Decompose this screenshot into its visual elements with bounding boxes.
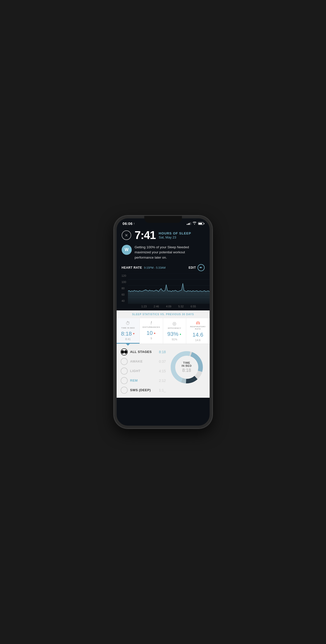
time-axis: 1:23 2:46 4:09 5:32 6:55 — [122, 303, 205, 310]
disturbances-arrow: ▲ — [154, 332, 156, 334]
wifi-icon — [193, 222, 197, 225]
rem-name: REM — [130, 379, 157, 382]
battery-icon — [198, 222, 204, 225]
tab-disturbances[interactable]: ! DISTURBANCES 10 ▲ 9 — [140, 318, 163, 344]
all-stages-time: 8:18 — [159, 350, 166, 354]
time-in-bed-arrow: ▼ — [132, 332, 135, 335]
tab-efficiency[interactable]: ◎ EFFICIENCY 93% ▲ 91% — [163, 318, 187, 344]
time-label-4: 6:55 — [191, 305, 196, 308]
phone-frame: 06:06 ↑ — [114, 216, 212, 428]
y-label-40: 40 — [122, 299, 126, 302]
status-time: 06:06 — [123, 221, 133, 226]
radio-dot — [121, 350, 124, 354]
donut-value: 8:18 — [181, 368, 192, 373]
sleep-date: Sat, May 23 — [159, 235, 191, 239]
rem-time: 2:12 — [159, 379, 166, 383]
disturbances-value-row: 10 ▲ — [147, 330, 156, 336]
tab-respiratory-rate[interactable]: 🫁 RESPIRATORY RATE 14.6 14.6 — [186, 318, 210, 344]
hours-of-sleep-label: HOURS OF SLEEP — [159, 231, 191, 235]
stages-area: ALL STAGES 8:18 AWAKE 0:37 LIGHT 4:15 — [117, 344, 210, 398]
stats-tabs: ⏱ TIME IN BED 8:18 ▼ 8:41 ! DISTURBANCES — [117, 318, 210, 344]
heart-rate-chart: 120 100 80 60 40 — [117, 273, 210, 303]
awake-name: AWAKE — [130, 359, 157, 363]
awake-time: 0:37 — [159, 359, 166, 364]
edit-label: EDIT — [189, 266, 196, 269]
efficiency-icon: ◎ — [172, 321, 176, 326]
disturbances-prev: 9 — [151, 337, 152, 340]
disturbances-label: DISTURBANCES — [143, 326, 160, 328]
sleep-statistics-label: SLEEP STATISTICS — [132, 313, 159, 316]
stage-row-all[interactable]: ALL STAGES 8:18 — [121, 348, 166, 355]
time-label-0: 1:23 — [141, 305, 147, 308]
stats-header: SLEEP STATISTICS VS. PREVIOUS 30 DAYS — [117, 310, 210, 318]
screen: 06:06 ↑ — [117, 218, 210, 426]
insight-text: Getting 100% of your Sleep Needed maximi… — [135, 245, 205, 260]
efficiency-value-row: 93% ▲ — [167, 331, 182, 337]
edit-button[interactable]: EDIT ✏ — [189, 264, 204, 271]
respiratory-label: RESPIRATORY RATE — [187, 326, 209, 330]
efficiency-value: 93% — [167, 331, 178, 337]
donut-label: TIMEIN BED 8:18 — [181, 361, 192, 373]
light-radio[interactable] — [121, 368, 128, 375]
respiratory-value: 14.6 — [193, 332, 203, 338]
light-section: SLEEP STATISTICS VS. PREVIOUS 30 DAYS ⏱ … — [117, 310, 210, 398]
disturbances-value: 10 — [147, 330, 153, 336]
vs-days-label: VS. PREVIOUS 30 DAYS — [160, 313, 194, 316]
insight-box: W Getting 100% of your Sleep Needed maxi… — [122, 245, 205, 260]
y-label-80: 80 — [122, 287, 126, 290]
light-name: LIGHT — [130, 369, 157, 373]
signal-bar-4 — [190, 222, 191, 225]
signal-bar-1 — [187, 224, 188, 225]
heart-rate-svg — [128, 273, 210, 304]
chart-y-labels: 120 100 80 60 40 — [122, 273, 126, 303]
time-label-1: 2:46 — [154, 305, 159, 308]
sws-time: 1:1_ — [159, 388, 166, 392]
stage-row-rem[interactable]: REM 2:12 — [121, 377, 166, 384]
awake-radio[interactable] — [121, 358, 128, 365]
efficiency-arrow: ▲ — [179, 333, 182, 335]
sleep-time: 7:41 — [135, 230, 156, 241]
sws-name: SWS (DEEP) — [130, 388, 157, 392]
time-in-bed-prev: 8:41 — [125, 338, 131, 341]
dark-section: ✕ 7:41 HOURS OF SLEEP Sat, May 23 W Gett… — [117, 227, 210, 310]
efficiency-label: EFFICIENCY — [168, 327, 181, 329]
heart-rate-time: 9:15PM - 5:33AM — [144, 266, 166, 269]
stage-row-light[interactable]: LIGHT 4:15 — [121, 368, 166, 375]
respiratory-value-row: 14.6 — [193, 332, 203, 338]
edit-icon: ✏ — [198, 264, 205, 271]
y-label-60: 60 — [122, 293, 126, 296]
efficiency-prev: 91% — [172, 338, 177, 341]
time-in-bed-value: 8:18 — [121, 331, 132, 337]
time-label-3: 5:32 — [178, 305, 183, 308]
tab-time-in-bed[interactable]: ⏱ TIME IN BED 8:18 ▼ 8:41 — [117, 318, 140, 344]
status-icons — [187, 222, 204, 225]
sws-radio[interactable] — [121, 387, 128, 394]
all-stages-name: ALL STAGES — [130, 350, 157, 354]
disturbances-icon: ! — [151, 321, 152, 325]
respiratory-icon: 🫁 — [196, 321, 200, 325]
avatar: W — [122, 245, 132, 255]
stage-row-awake[interactable]: AWAKE 0:37 — [121, 358, 166, 365]
battery-fill — [199, 223, 202, 224]
y-label-120: 120 — [122, 274, 126, 277]
signal-bar-3 — [189, 223, 190, 225]
rem-radio[interactable] — [121, 377, 128, 384]
stage-row-sws[interactable]: SWS (DEEP) 1:1_ — [121, 387, 166, 394]
respiratory-prev: 14.6 — [195, 339, 201, 342]
all-stages-radio[interactable] — [121, 348, 128, 355]
header-row: ✕ 7:41 HOURS OF SLEEP Sat, May 23 — [122, 230, 205, 241]
donut-title: TIMEIN BED — [181, 361, 192, 367]
svg-marker-5 — [128, 283, 210, 304]
tab-triangle — [126, 344, 130, 346]
stages-list: ALL STAGES 8:18 AWAKE 0:37 LIGHT 4:15 — [121, 348, 166, 395]
sleep-title-group: HOURS OF SLEEP Sat, May 23 — [159, 231, 191, 239]
signal-bar-2 — [188, 223, 189, 225]
notch — [144, 216, 182, 223]
close-button[interactable]: ✕ — [122, 230, 131, 240]
time-in-bed-value-row: 8:18 ▼ — [121, 331, 135, 337]
signal-bars — [187, 222, 191, 225]
heart-rate-title: HEART RATE — [122, 266, 142, 269]
heart-rate-header: HEART RATE 9:15PM - 5:33AM EDIT ✏ — [122, 264, 205, 271]
location-icon: ↑ — [133, 222, 135, 225]
donut-chart: TIMEIN BED 8:18 — [168, 348, 206, 386]
